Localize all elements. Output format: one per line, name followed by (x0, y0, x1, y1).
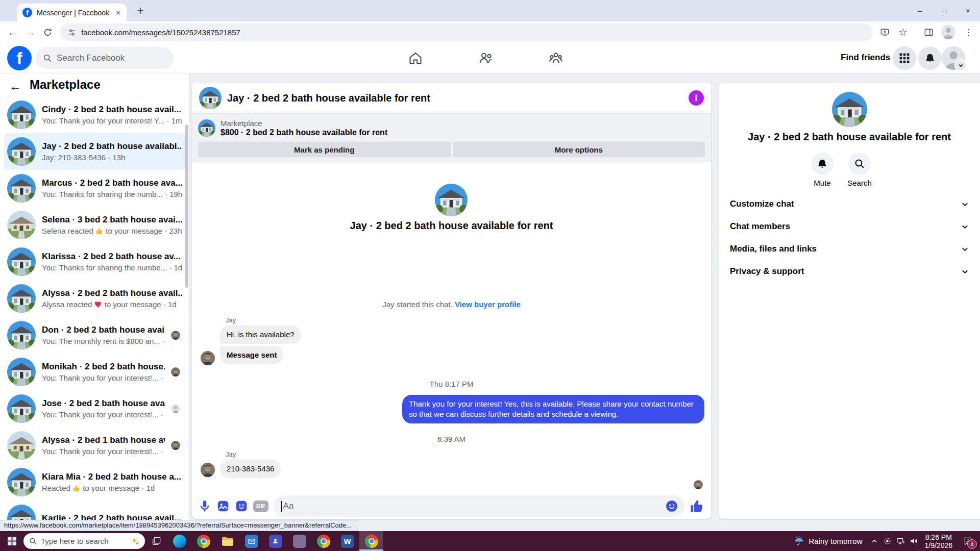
sidebar-scrollbar[interactable] (185, 124, 188, 288)
message-input[interactable]: Aa (274, 495, 684, 517)
conversation-item[interactable]: Cindy · 2 bed 2 bath house avail...You: … (4, 96, 185, 133)
sender-avatar (201, 351, 215, 365)
mark-as-pending-button[interactable]: Mark as pending (198, 142, 451, 157)
tray-volume-icon[interactable] (908, 531, 921, 551)
conversation-item[interactable]: Kiara Mia · 2 bed 2 bath house a...React… (4, 464, 185, 500)
forward-icon[interactable]: → (21, 23, 39, 41)
side-panel-icon[interactable] (921, 23, 936, 41)
sticker-icon[interactable] (235, 499, 248, 513)
url-bar[interactable]: facebook.com/messages/t/1502524387521857 (60, 23, 873, 41)
conversation-item[interactable]: Don · 2 bed 2 bath house avai...You: The… (4, 317, 185, 354)
taskbar-weather[interactable]: Rainy tomorrow (794, 536, 862, 546)
install-app-icon[interactable] (877, 23, 892, 41)
conversation-item[interactable]: Selena · 3 bed 2 bath house avai...Selen… (4, 207, 185, 243)
browser-menu-icon[interactable]: ⋮ (961, 23, 976, 41)
gif-icon[interactable]: GIF (253, 500, 268, 512)
conversation-item[interactable]: Marcus · 2 bed 2 bath house ava...You: T… (4, 170, 185, 207)
taskbar-search[interactable]: Type here to search (23, 533, 145, 549)
like-thumb-icon[interactable] (690, 498, 705, 514)
conversation-item[interactable]: Jose · 2 bed 2 bath house avai...You: Th… (4, 390, 185, 427)
taskbar-app-word[interactable]: W (335, 531, 359, 551)
start-button[interactable] (0, 531, 23, 551)
menu-item-privacy-support[interactable]: Privacy & support (719, 260, 980, 283)
notifications-button[interactable] (918, 46, 942, 70)
conversation-preview: Reacted to your message · 1d (42, 484, 182, 492)
conversation-item[interactable]: Alyssa · 2 bed 2 bath house avail...Alys… (4, 280, 185, 317)
task-view-icon[interactable] (145, 531, 167, 551)
more-options-button[interactable]: More options (453, 142, 705, 157)
taskbar-app-browser[interactable] (191, 531, 215, 551)
window-maximize-button[interactable]: □ (932, 0, 956, 20)
browser-profile-avatar[interactable] (941, 25, 955, 39)
taskbar-app-chrome[interactable] (311, 531, 335, 551)
conversation-info-icon[interactable]: i (689, 90, 704, 106)
tray-network-icon[interactable] (894, 531, 908, 551)
new-tab-button[interactable]: + (133, 3, 148, 18)
menu-item-media-files-links[interactable]: Media, files and links (719, 238, 980, 260)
tray-chevron-up-icon[interactable] (868, 531, 881, 551)
back-arrow-icon[interactable]: ← (9, 79, 21, 93)
conversation-preview: Alyssa reacted to your message · 1d (42, 300, 182, 309)
conversation-item[interactable]: Klarissa · 2 bed 2 bath house av...You: … (4, 243, 185, 280)
apps-menu-button[interactable] (893, 46, 916, 70)
menu-item-customize-chat[interactable]: Customize chat (719, 193, 980, 215)
taskbar-app-other[interactable] (287, 531, 311, 551)
taskbar-clock[interactable]: 8:26 PM 1/9/2026 (925, 533, 953, 549)
browser-tabstrip: f Messenger | Facebook × + – □ × (0, 0, 980, 21)
message-scroll-area[interactable]: Jay · 2 bed 2 bath house available for r… (192, 162, 711, 493)
facebook-search[interactable]: Search Facebook (36, 47, 174, 69)
back-icon[interactable]: ← (4, 23, 21, 41)
conversation-list: Cindy · 2 bed 2 bath house avail...You: … (0, 96, 189, 529)
emoji-icon[interactable] (665, 499, 678, 513)
conversation-preview: You: Thank you for your interest!... · 1… (42, 373, 165, 382)
home-tab-icon[interactable] (408, 51, 423, 65)
sender-label: Jay (226, 450, 236, 458)
incoming-message: Message sent (220, 346, 283, 364)
conversation-preview: You: Thank you for your interest! Y... ·… (42, 116, 182, 125)
view-buyer-profile-link[interactable]: View buyer profile (455, 300, 521, 309)
bookmark-star-icon[interactable]: ☆ (895, 23, 911, 41)
tray-meet-now-icon[interactable] (881, 531, 894, 551)
conversation-item[interactable]: Monikah · 2 bed 2 bath house...You: Than… (4, 354, 185, 390)
groups-tab-icon[interactable] (549, 51, 563, 65)
conversation-item[interactable]: Alyssa · 2 bed 1 bath house av...You: Th… (4, 427, 185, 464)
account-avatar-button[interactable] (942, 46, 965, 70)
window-minimize-button[interactable]: – (908, 0, 932, 20)
taskbar-app-teams[interactable] (263, 531, 287, 551)
listing-avatar (7, 247, 36, 276)
menu-item-chat-members[interactable]: Chat members (719, 215, 980, 238)
details-title: Jay · 2 bed 2 bath house available for r… (729, 131, 970, 143)
taskbar-app-file-explorer[interactable] (215, 531, 239, 551)
reload-icon[interactable] (39, 23, 56, 41)
apps-grid-icon (899, 53, 910, 63)
conversation-title: Don · 2 bed 2 bath house avai... (42, 325, 165, 335)
mute-bell-icon[interactable] (811, 153, 834, 175)
conversation-item[interactable]: Jay · 2 bed 2 bath house availabl...Jay:… (4, 133, 185, 170)
window-close-button[interactable]: × (956, 0, 980, 20)
conversation-title: Alyssa · 2 bed 2 bath house avail... (42, 288, 182, 298)
taskbar-app-mail[interactable] (239, 531, 263, 551)
screen: f Messenger | Facebook × + – □ × ← → fac… (0, 0, 980, 551)
tab-close-icon[interactable]: × (115, 8, 121, 17)
voice-clip-icon[interactable] (198, 499, 211, 513)
marketplace-banner: Marketplace $800 · 2 bed 2 bath house av… (192, 113, 711, 162)
action-center-button[interactable]: 4 (958, 531, 978, 551)
timestamp: 6:39 AM (192, 435, 711, 443)
chat-header[interactable]: Jay · 2 bed 2 bath house available for r… (192, 83, 711, 113)
facebook-favicon-icon: f (22, 8, 32, 17)
find-friends-link[interactable]: Find friends (841, 53, 890, 63)
attach-image-icon[interactable] (216, 499, 230, 513)
browser-tab[interactable]: f Messenger | Facebook × (17, 4, 127, 21)
friends-tab-icon[interactable] (479, 51, 493, 65)
search-action[interactable]: Search (837, 153, 883, 187)
conversation-preview: You: Thank you for your interest!... · 1… (42, 410, 165, 419)
url-text: facebook.com/messages/t/1502524387521857 (81, 28, 240, 37)
search-in-chat-icon[interactable] (848, 153, 871, 175)
taskbar-app-edge[interactable] (167, 531, 191, 551)
listing-avatar (7, 468, 36, 496)
details-listing-avatar (832, 92, 867, 127)
bell-icon (924, 53, 936, 64)
taskbar-app-chrome-active[interactable] (359, 531, 383, 551)
site-controls-icon[interactable] (67, 28, 76, 37)
facebook-logo[interactable]: f (7, 46, 32, 70)
